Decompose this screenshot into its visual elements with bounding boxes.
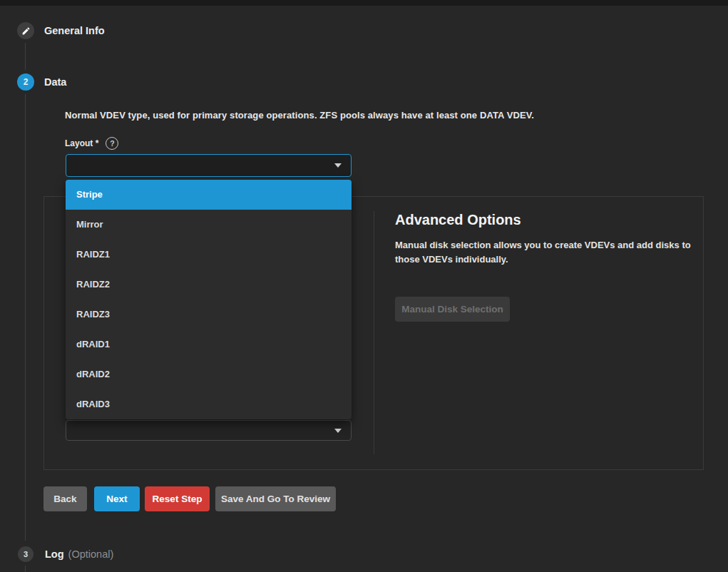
- top-bar: [0, 0, 728, 6]
- required-marker: *: [96, 138, 99, 148]
- chevron-down-icon: [334, 163, 342, 168]
- pencil-icon: [21, 26, 31, 36]
- advanced-options-description: Manual disk selection allows you to crea…: [395, 238, 692, 267]
- stepper-connector: [25, 94, 26, 541]
- layout-select[interactable]: [66, 154, 352, 177]
- step-log-label-group: Log (Optional): [45, 548, 113, 560]
- back-button[interactable]: Back: [43, 486, 87, 511]
- manual-disk-selection-button[interactable]: Manual Disk Selection: [395, 297, 510, 322]
- step-general-info-label: General Info: [44, 25, 105, 36]
- card-column-divider: [374, 211, 374, 454]
- step-log-header[interactable]: 3 Log (Optional): [18, 546, 113, 562]
- stepper-connector: [25, 566, 26, 572]
- step-circle: [17, 22, 34, 39]
- step-data-label: Data: [44, 76, 66, 88]
- step-log-optional: (Optional): [68, 548, 114, 560]
- reset-step-button[interactable]: Reset Step: [145, 486, 210, 511]
- dropdown-option[interactable]: Stripe: [66, 180, 352, 210]
- step-number: 3: [24, 550, 28, 558]
- dropdown-option[interactable]: RAIDZ2: [66, 270, 352, 300]
- dropdown-option[interactable]: dRAID1: [66, 330, 352, 359]
- step-circle: 3: [18, 546, 34, 562]
- layout-dropdown-panel: StripeMirrorRAIDZ1RAIDZ2RAIDZ3dRAID1dRAI…: [66, 180, 352, 419]
- step-general-info-header[interactable]: General Info: [17, 22, 105, 39]
- save-and-go-to-review-button[interactable]: Save And Go To Review: [215, 486, 336, 511]
- layout-field-label: Layout *: [65, 138, 98, 148]
- advanced-options-title: Advanced Options: [395, 212, 521, 228]
- step-number: 2: [24, 77, 29, 87]
- stepper-connector: [25, 43, 26, 70]
- dropdown-option[interactable]: RAIDZ1: [66, 240, 352, 270]
- next-button[interactable]: Next: [94, 486, 140, 511]
- layout-field-label-row: Layout * ?: [65, 137, 118, 150]
- help-icon[interactable]: ?: [106, 137, 118, 150]
- vdev-description: Normal VDEV type, used for primary stora…: [65, 110, 534, 121]
- dropdown-option[interactable]: dRAID2: [66, 359, 352, 389]
- dropdown-option[interactable]: dRAID3: [66, 389, 352, 419]
- dropdown-option[interactable]: RAIDZ3: [66, 300, 352, 330]
- step-circle: 2: [17, 73, 34, 91]
- step-data-header[interactable]: 2 Data: [17, 73, 66, 91]
- chevron-down-icon: [334, 429, 342, 433]
- secondary-select[interactable]: [66, 420, 352, 441]
- dropdown-option[interactable]: Mirror: [66, 210, 352, 240]
- pool-creation-wizard: General Info 2 Data Normal VDEV type, us…: [0, 0, 728, 572]
- step-log-label: Log: [45, 548, 64, 560]
